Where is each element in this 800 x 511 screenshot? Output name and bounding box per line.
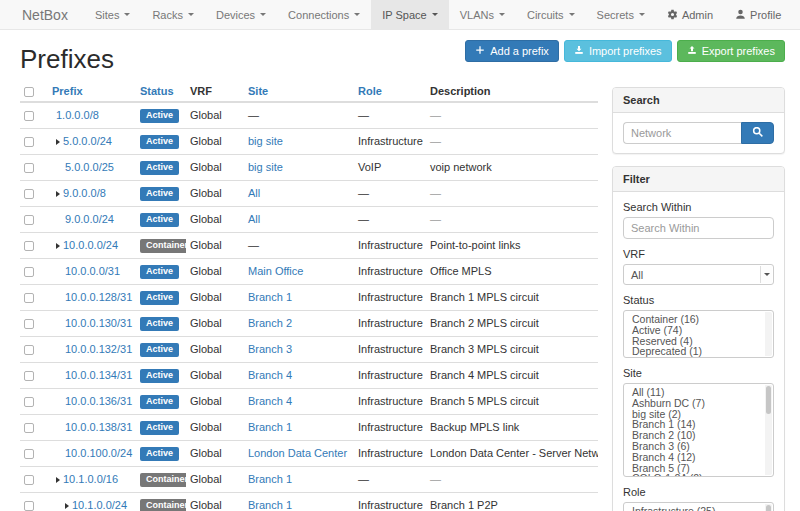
role-value: Infrastructure <box>358 239 423 251</box>
search-within-input[interactable] <box>623 217 774 239</box>
add-a-prefix-button[interactable]: Add a prefix <box>465 40 559 62</box>
listbox-option[interactable]: COLO-1-2A (2) <box>624 473 773 477</box>
nav-item-connections[interactable]: Connections <box>277 0 371 29</box>
site-link[interactable]: London Data Center <box>248 447 347 459</box>
row-checkbox[interactable] <box>24 163 34 173</box>
prefix-link[interactable]: 10.0.100.0/24 <box>65 447 132 459</box>
brand[interactable]: NetBox <box>0 0 84 29</box>
scrollbar-thumb[interactable] <box>766 505 771 511</box>
scrollbar[interactable] <box>765 312 772 356</box>
status-badge: Active <box>140 421 179 435</box>
role-value: Infrastructure <box>358 291 423 303</box>
site-link[interactable]: big site <box>248 135 283 147</box>
site-link[interactable]: Branch 4 <box>248 369 292 381</box>
column-header-prefix[interactable]: Prefix <box>52 85 83 97</box>
prefix-link[interactable]: 10.1.0.0/24 <box>72 499 127 511</box>
scrollbar-thumb[interactable] <box>766 386 771 414</box>
button-label: Export prefixes <box>702 45 775 57</box>
row-checkbox[interactable] <box>24 293 34 303</box>
prefix-link[interactable]: 10.0.0.128/31 <box>65 291 132 303</box>
site-link[interactable]: Branch 1 <box>248 421 292 433</box>
column-header-role[interactable]: Role <box>358 85 382 97</box>
prefix-link[interactable]: 10.0.0.0/24 <box>63 239 118 251</box>
nav-item-secrets[interactable]: Secrets <box>586 0 656 29</box>
nav-item-log-out[interactable]: Log out <box>792 0 800 29</box>
field-label-vrf: VRF <box>623 248 774 260</box>
site-link[interactable]: Branch 1 <box>248 291 292 303</box>
prefix-link[interactable]: 9.0.0.0/8 <box>63 187 106 199</box>
table-row: 10.0.0.0/31ActiveGlobalMain OfficeInfras… <box>20 259 598 285</box>
prefix-link[interactable]: 10.0.0.136/31 <box>65 395 132 407</box>
site-link[interactable]: Branch 1 <box>248 473 292 485</box>
site-link[interactable]: All <box>248 213 260 225</box>
chevron-down-icon <box>354 13 360 16</box>
listbox-option[interactable]: Infrastructure (25) <box>624 506 773 511</box>
nav-item-profile[interactable]: Profile <box>724 0 792 29</box>
row-checkbox[interactable] <box>24 319 34 329</box>
row-checkbox[interactable] <box>24 267 34 277</box>
row-checkbox[interactable] <box>24 345 34 355</box>
row-checkbox[interactable] <box>24 371 34 381</box>
prefix-link[interactable]: 10.0.0.0/31 <box>65 265 120 277</box>
import-prefixes-button[interactable]: Import prefixes <box>564 40 672 62</box>
prefix-link[interactable]: 10.1.0.0/16 <box>63 473 118 485</box>
site-link[interactable]: Branch 1 <box>248 499 292 511</box>
site-link[interactable]: Branch 2 <box>248 317 292 329</box>
nav-item-label: Admin <box>682 9 713 21</box>
role-value: Infrastructure <box>358 317 423 329</box>
row-checkbox[interactable] <box>24 215 34 225</box>
prefix-link[interactable]: 1.0.0.0/8 <box>56 109 99 121</box>
prefix-link[interactable]: 10.0.0.132/31 <box>65 343 132 355</box>
nav-item-label: Racks <box>152 9 183 21</box>
scrollbar[interactable] <box>765 504 772 511</box>
vrf-select[interactable]: All <box>623 264 774 285</box>
role-listbox[interactable]: Infrastructure (25)Management (8)Private… <box>623 502 774 511</box>
row-checkbox[interactable] <box>24 241 34 251</box>
prefix-link[interactable]: 5.0.0.0/25 <box>65 161 114 173</box>
site-listbox[interactable]: All (11)Ashburn DC (7)big site (2)Branch… <box>623 383 774 477</box>
scrollbar[interactable] <box>765 385 772 475</box>
site-link[interactable]: Main Office <box>248 265 303 277</box>
row-checkbox[interactable] <box>24 449 34 459</box>
row-checkbox[interactable] <box>24 475 34 485</box>
column-header-status[interactable]: Status <box>140 85 174 97</box>
nav-item-devices[interactable]: Devices <box>205 0 277 29</box>
status-listbox[interactable]: Container (16)Active (74)Reserved (4)Dep… <box>623 310 774 358</box>
row-checkbox[interactable] <box>24 189 34 199</box>
empty-value: — <box>248 239 259 251</box>
row-checkbox[interactable] <box>24 137 34 147</box>
chevron-down-icon <box>188 13 194 16</box>
site-link[interactable]: Branch 4 <box>248 395 292 407</box>
site-link[interactable]: big site <box>248 161 283 173</box>
row-checkbox[interactable] <box>24 501 34 511</box>
nav-item-admin[interactable]: Admin <box>656 0 724 29</box>
search-input[interactable] <box>623 122 741 144</box>
column-header-site[interactable]: Site <box>248 85 268 97</box>
nav-item-circuits[interactable]: Circuits <box>516 0 586 29</box>
row-checkbox[interactable] <box>24 111 34 121</box>
search-button[interactable] <box>741 122 774 144</box>
description-value: Branch 3 MPLS circuit <box>430 343 539 355</box>
prefix-link[interactable]: 10.0.0.134/31 <box>65 369 132 381</box>
prefix-link[interactable]: 9.0.0.0/24 <box>65 213 114 225</box>
prefix-link[interactable]: 10.0.0.138/31 <box>65 421 132 433</box>
nav-item-vlans[interactable]: VLANs <box>449 0 516 29</box>
listbox-option[interactable]: Deprecated (1) <box>624 346 773 357</box>
nav-item-sites[interactable]: Sites <box>84 0 141 29</box>
listbox-option[interactable]: Ashburn DC (7) <box>624 398 773 409</box>
site-link[interactable]: All <box>248 187 260 199</box>
row-checkbox[interactable] <box>24 397 34 407</box>
listbox-option[interactable]: Active (74) <box>624 325 773 336</box>
row-checkbox[interactable] <box>24 423 34 433</box>
export-prefixes-button[interactable]: Export prefixes <box>677 40 785 62</box>
prefix-link[interactable]: 10.0.0.130/31 <box>65 317 132 329</box>
field-label-role: Role <box>623 486 774 498</box>
expand-children-icon <box>56 139 60 145</box>
site-link[interactable]: Branch 3 <box>248 343 292 355</box>
prefix-link[interactable]: 5.0.0.0/24 <box>63 135 112 147</box>
listbox-option[interactable]: Branch 4 (12) <box>624 452 773 463</box>
filter-field-search-within: Search Within <box>623 201 774 239</box>
nav-item-ip-space[interactable]: IP Space <box>371 0 448 29</box>
select-all-checkbox[interactable] <box>24 87 34 97</box>
nav-item-racks[interactable]: Racks <box>141 0 205 29</box>
